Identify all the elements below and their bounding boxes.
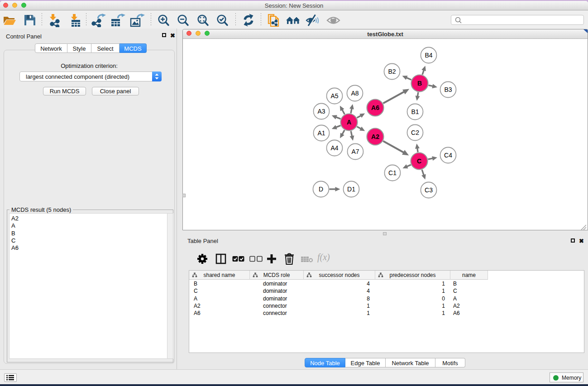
svg-text:A2: A2 xyxy=(371,133,379,140)
svg-text:C: C xyxy=(417,157,421,165)
svg-text:D1: D1 xyxy=(347,186,355,193)
svg-text:C2: C2 xyxy=(411,129,419,136)
svg-text:C4: C4 xyxy=(444,152,452,159)
svg-text:C3: C3 xyxy=(425,186,433,194)
svg-text:A3: A3 xyxy=(317,108,325,115)
svg-text:B4: B4 xyxy=(425,52,432,59)
svg-text:A: A xyxy=(347,119,351,126)
svg-text:A1: A1 xyxy=(317,129,325,137)
svg-text:A4: A4 xyxy=(330,144,338,152)
svg-text:B: B xyxy=(417,80,422,87)
svg-text:C1: C1 xyxy=(388,169,397,176)
svg-text:A8: A8 xyxy=(351,90,359,97)
svg-text:B2: B2 xyxy=(388,68,396,75)
svg-text:A7: A7 xyxy=(351,148,359,155)
svg-text:A6: A6 xyxy=(371,104,379,111)
svg-text:D: D xyxy=(319,186,323,193)
svg-text:A5: A5 xyxy=(330,92,338,100)
svg-text:B3: B3 xyxy=(444,86,452,93)
svg-text:B1: B1 xyxy=(411,108,419,115)
